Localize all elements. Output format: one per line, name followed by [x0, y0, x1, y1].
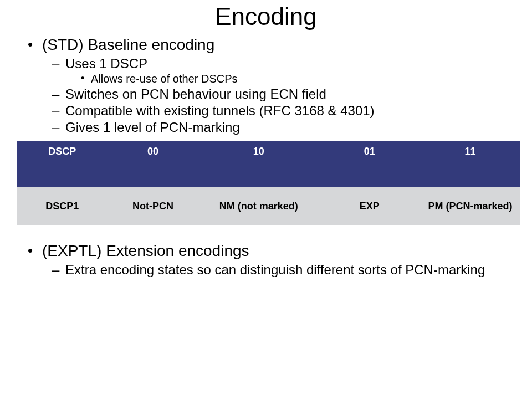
bullet-std-text: (STD) Baseline encoding — [42, 36, 214, 53]
slide: Encoding (STD) Baseline encoding Uses 1 … — [0, 0, 532, 399]
sub-switches-text: Switches on PCN behaviour using ECN fiel… — [65, 86, 326, 101]
bullet-list-2: (EXPTL) Extension encodings Extra encodi… — [28, 242, 515, 278]
th-dscp: DSCP — [17, 141, 108, 187]
sub-extra-states-text: Extra encoding states so can distinguish… — [65, 262, 485, 277]
subsub-reuse: Allows re-use of other DSCPs — [81, 73, 515, 85]
sub-gives-text: Gives 1 level of PCN-marking — [65, 120, 240, 135]
subsub-list: Allows re-use of other DSCPs — [81, 73, 515, 85]
sub-switches: Switches on PCN behaviour using ECN fiel… — [52, 86, 515, 102]
page-title: Encoding — [17, 3, 515, 30]
sub-uses-dscp: Uses 1 DSCP Allows re-use of other DSCPs — [52, 56, 515, 85]
table-body: DSCP1 Not-PCN NM (not marked) EXP PM (PC… — [17, 187, 521, 226]
table-header-row: DSCP 00 10 01 11 — [17, 141, 521, 187]
td-notpcn: Not-PCN — [108, 187, 198, 226]
th-00: 00 — [108, 141, 198, 187]
bullet-std: (STD) Baseline encoding Uses 1 DSCP Allo… — [28, 36, 515, 135]
th-11: 11 — [420, 141, 521, 187]
bullet-list-1: (STD) Baseline encoding Uses 1 DSCP Allo… — [28, 36, 515, 135]
sub-uses-dscp-text: Uses 1 DSCP — [65, 56, 147, 71]
encoding-table: DSCP 00 10 01 11 DSCP1 Not-PCN NM (not m… — [17, 141, 521, 226]
bullet-exptl-text: (EXPTL) Extension encodings — [42, 242, 249, 259]
sub-extra-states: Extra encoding states so can distinguish… — [52, 262, 515, 278]
sub-gives: Gives 1 level of PCN-marking — [52, 120, 515, 135]
table-row: DSCP1 Not-PCN NM (not marked) EXP PM (PC… — [17, 187, 521, 226]
subsub-reuse-text: Allows re-use of other DSCPs — [91, 73, 238, 85]
bullet-exptl-subs: Extra encoding states so can distinguish… — [52, 262, 515, 278]
td-dscp1: DSCP1 — [17, 187, 108, 226]
bullet-std-subs: Uses 1 DSCP Allows re-use of other DSCPs… — [52, 56, 515, 135]
td-pm: PM (PCN-marked) — [420, 187, 521, 226]
sub-compatible-text: Compatible with existing tunnels (RFC 31… — [65, 103, 375, 118]
th-10: 10 — [198, 141, 319, 187]
table-header: DSCP 00 10 01 11 — [17, 141, 521, 187]
bullet-exptl: (EXPTL) Extension encodings Extra encodi… — [28, 242, 515, 278]
td-exp: EXP — [319, 187, 420, 226]
td-nm: NM (not marked) — [198, 187, 319, 226]
sub-compatible: Compatible with existing tunnels (RFC 31… — [52, 103, 515, 119]
th-01: 01 — [319, 141, 420, 187]
